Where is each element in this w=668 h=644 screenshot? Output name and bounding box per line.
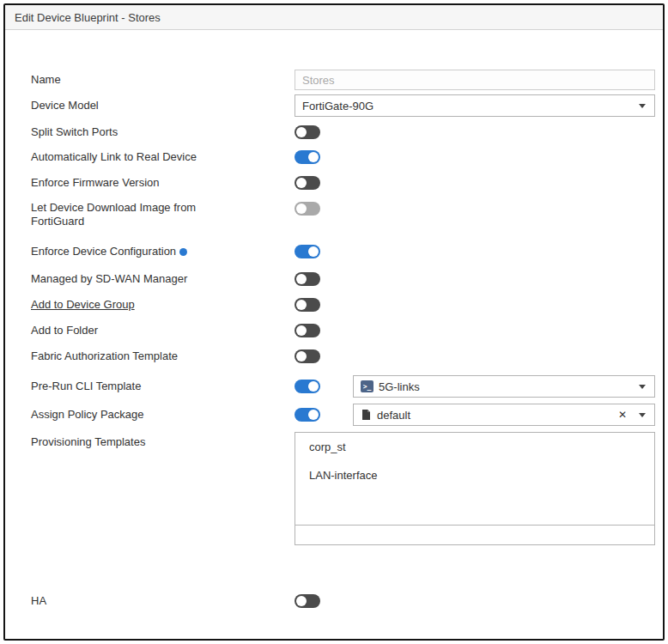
- row-name: Name: [31, 70, 663, 90]
- info-icon[interactable]: [179, 248, 187, 256]
- edit-device-blueprint-dialog: Edit Device Blueprint - Stores Name Devi…: [3, 3, 665, 641]
- enforce-firmware-toggle[interactable]: [295, 176, 320, 190]
- row-fabric-auth-template: Fabric Authorization Template: [31, 349, 663, 364]
- list-item[interactable]: LAN-interface: [295, 461, 654, 489]
- row-provisioning-templates: Provisioning Templates corp_st LAN-inter…: [31, 432, 663, 545]
- row-ha: HA: [31, 593, 663, 609]
- split-switch-ports-label: Split Switch Ports: [31, 125, 237, 139]
- device-model-select[interactable]: FortiGate-90G: [295, 94, 655, 117]
- let-device-download-label: Let Device Download Image from FortiGuar…: [31, 201, 237, 228]
- fabric-auth-template-label: Fabric Authorization Template: [31, 349, 237, 363]
- ha-label: HA: [31, 594, 237, 608]
- add-to-device-group-link[interactable]: Add to Device Group: [31, 298, 237, 312]
- managed-by-sdwan-label: Managed by SD-WAN Manager: [31, 272, 237, 286]
- row-add-to-folder: Add to Folder: [31, 323, 663, 338]
- row-auto-link: Automatically Link to Real Device: [31, 149, 663, 165]
- assign-policy-package-select[interactable]: default ✕: [353, 404, 655, 426]
- toggle-knob: [296, 178, 307, 188]
- device-model-label: Device Model: [31, 99, 237, 112]
- toggle-knob: [296, 127, 307, 137]
- dialog-titlebar: Edit Device Blueprint - Stores: [5, 5, 663, 30]
- toggle-knob: [308, 152, 319, 162]
- row-managed-by-sdwan: Managed by SD-WAN Manager: [31, 271, 663, 287]
- row-enforce-device-config: Enforce Device Configuration: [31, 244, 663, 259]
- assign-policy-package-toggle[interactable]: [295, 408, 320, 422]
- toggle-knob: [296, 325, 307, 336]
- auto-link-label: Automatically Link to Real Device: [31, 150, 237, 164]
- enforce-device-config-toggle[interactable]: [295, 245, 320, 258]
- toggle-knob: [296, 596, 307, 606]
- name-input: [295, 70, 655, 90]
- assign-policy-package-label: Assign Policy Package: [31, 408, 237, 422]
- let-device-download-toggle: [295, 202, 320, 216]
- prerun-cli-template-label: Pre-Run CLI Template: [31, 380, 237, 393]
- enforce-device-config-label: Enforce Device Configuration: [31, 245, 237, 258]
- enforce-firmware-label: Enforce Firmware Version: [31, 176, 237, 190]
- toggle-knob: [308, 246, 319, 257]
- row-split-switch-ports: Split Switch Ports: [31, 125, 663, 140]
- chevron-down-icon: [639, 104, 646, 108]
- provisioning-templates-list: corp_st LAN-interface: [295, 432, 655, 545]
- toggle-knob: [296, 274, 307, 284]
- chevron-down-icon: [639, 413, 646, 417]
- prerun-cli-template-select[interactable]: >_ 5G-links: [353, 375, 655, 398]
- dialog-body: Name Device Model FortiGate-90G Split Sw…: [5, 30, 663, 609]
- ha-toggle[interactable]: [295, 594, 320, 608]
- device-model-value: FortiGate-90G: [302, 100, 373, 112]
- toggle-knob: [296, 204, 307, 214]
- toggle-knob: [308, 410, 319, 420]
- toggle-knob: [308, 381, 319, 392]
- fabric-auth-template-toggle[interactable]: [295, 349, 320, 363]
- prerun-cli-template-value: 5G-links: [379, 380, 420, 393]
- policy-package-icon: [361, 409, 372, 421]
- add-to-folder-label: Add to Folder: [31, 324, 237, 337]
- row-prerun-cli-template: Pre-Run CLI Template >_ 5G-links: [31, 375, 663, 398]
- add-to-folder-toggle[interactable]: [295, 324, 320, 337]
- row-device-model: Device Model FortiGate-90G: [31, 94, 663, 117]
- list-item[interactable]: corp_st: [295, 433, 654, 461]
- dialog-title: Edit Device Blueprint - Stores: [15, 11, 161, 24]
- clear-icon[interactable]: ✕: [618, 410, 627, 420]
- add-to-device-group-toggle[interactable]: [295, 298, 320, 312]
- assign-policy-package-value: default: [377, 409, 410, 422]
- row-let-device-download: Let Device Download Image from FortiGuar…: [31, 201, 663, 228]
- row-add-to-device-group: Add to Device Group: [31, 297, 663, 313]
- prerun-cli-template-toggle[interactable]: [295, 380, 320, 393]
- provisioning-template-input[interactable]: [295, 525, 654, 544]
- row-enforce-firmware: Enforce Firmware Version: [31, 175, 663, 191]
- toggle-knob: [296, 300, 307, 310]
- row-assign-policy-package: Assign Policy Package default ✕: [31, 404, 663, 426]
- managed-by-sdwan-toggle[interactable]: [295, 272, 320, 286]
- chevron-down-icon: [639, 385, 646, 389]
- provisioning-templates-label: Provisioning Templates: [31, 435, 237, 449]
- cli-terminal-icon: >_: [361, 380, 373, 392]
- split-switch-ports-toggle[interactable]: [295, 125, 320, 139]
- auto-link-toggle[interactable]: [295, 150, 320, 164]
- toggle-knob: [296, 351, 307, 361]
- name-label: Name: [31, 73, 237, 87]
